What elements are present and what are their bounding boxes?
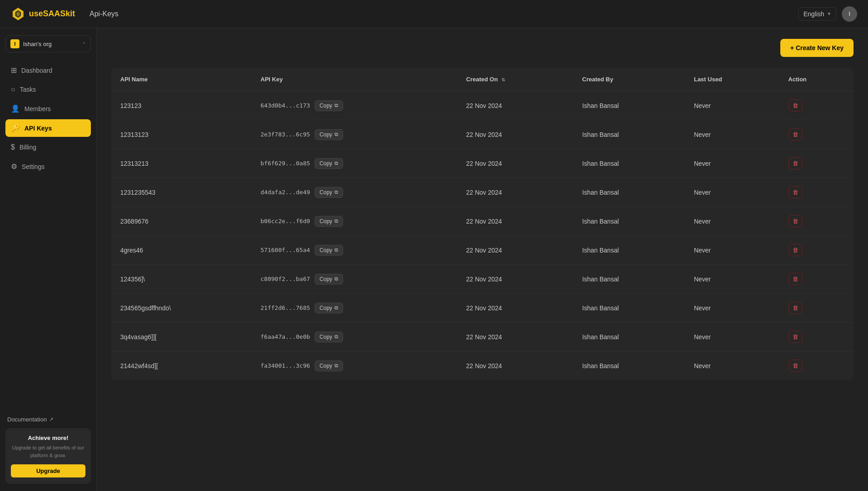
- col-last-used: Last Used: [685, 68, 779, 91]
- cell-api-key: 21ff2d6...7685 Copy ⧉: [251, 294, 457, 323]
- delete-button[interactable]: 🗑: [788, 157, 802, 169]
- copy-label: Copy: [320, 247, 332, 253]
- copy-icon: ⧉: [335, 334, 338, 340]
- org-selector[interactable]: I Ishan's org ⌃: [5, 35, 91, 52]
- topbar-left: useSAASkit Api-Keys: [11, 7, 118, 21]
- copy-label: Copy: [320, 189, 332, 196]
- cell-last-used: Never: [685, 236, 779, 265]
- col-created-by: Created By: [573, 68, 685, 91]
- copy-label: Copy: [320, 160, 332, 167]
- cell-api-name: 12313123: [111, 120, 251, 149]
- cell-created-by: Ishan Bansal: [573, 351, 685, 380]
- cell-action: 🗑: [779, 351, 854, 380]
- docs-label: Documentation: [7, 416, 47, 423]
- cell-created-on: 22 Nov 2024: [457, 91, 573, 120]
- cell-created-by: Ishan Bansal: [573, 207, 685, 236]
- sidebar-item-dashboard[interactable]: ⊞ Dashboard: [5, 61, 91, 79]
- upgrade-button[interactable]: Upgrade: [11, 464, 85, 477]
- delete-button[interactable]: 🗑: [788, 302, 802, 314]
- cell-last-used: Never: [685, 120, 779, 149]
- copy-button[interactable]: Copy ⧉: [315, 360, 343, 371]
- cell-created-on: 22 Nov 2024: [457, 294, 573, 323]
- cell-created-by: Ishan Bansal: [573, 149, 685, 178]
- copy-button[interactable]: Copy ⧉: [315, 274, 343, 285]
- cell-action: 🗑: [779, 207, 854, 236]
- copy-label: Copy: [320, 363, 332, 369]
- trash-icon: 🗑: [793, 160, 798, 167]
- upgrade-card: Achieve more! Upgrade to get all benefit…: [5, 428, 91, 484]
- delete-button[interactable]: 🗑: [788, 99, 802, 112]
- delete-button[interactable]: 🗑: [788, 215, 802, 227]
- cell-last-used: Never: [685, 178, 779, 207]
- cell-created-by: Ishan Bansal: [573, 323, 685, 351]
- delete-button[interactable]: 🗑: [788, 244, 802, 256]
- key-text: f6aa47a...0e0b: [260, 333, 310, 340]
- copy-button[interactable]: Copy ⧉: [315, 129, 343, 140]
- cell-created-by: Ishan Bansal: [573, 178, 685, 207]
- key-text: fa34001...3c96: [260, 362, 310, 369]
- delete-button[interactable]: 🗑: [788, 128, 802, 140]
- table-row: 23689676 b06cc2e...f6d0 Copy ⧉ 22 Nov 20…: [111, 207, 854, 236]
- copy-button[interactable]: Copy ⧉: [315, 100, 343, 111]
- sidebar-item-tasks[interactable]: ○ Tasks: [5, 81, 91, 98]
- language-selector[interactable]: English ▼: [798, 7, 836, 21]
- cell-api-key: bf6f629...0a85 Copy ⧉: [251, 149, 457, 178]
- copy-icon: ⧉: [335, 305, 338, 311]
- copy-button[interactable]: Copy ⧉: [315, 245, 343, 256]
- create-new-key-button[interactable]: + Create New Key: [780, 39, 854, 57]
- cell-api-key: b06cc2e...f6d0 Copy ⧉: [251, 207, 457, 236]
- sidebar-item-billing[interactable]: $ Billing: [5, 139, 91, 156]
- trash-icon: 🗑: [793, 276, 798, 282]
- delete-button[interactable]: 🗑: [788, 331, 802, 343]
- col-created-on[interactable]: Created On ⇅: [457, 68, 573, 91]
- table-row: 4gres46 571600f...65a4 Copy ⧉ 22 Nov 202…: [111, 236, 854, 265]
- cell-created-by: Ishan Bansal: [573, 236, 685, 265]
- org-name: Ishan's org: [23, 41, 79, 47]
- cell-created-by: Ishan Bansal: [573, 265, 685, 294]
- sort-icon: ⇅: [501, 77, 505, 82]
- delete-button[interactable]: 🗑: [788, 360, 802, 372]
- sidebar-item-settings[interactable]: ⚙ Settings: [5, 158, 91, 175]
- user-avatar[interactable]: I: [842, 6, 857, 22]
- copy-button[interactable]: Copy ⧉: [315, 158, 343, 169]
- members-icon: 👤: [11, 104, 20, 113]
- documentation-link[interactable]: Documentation ↗: [5, 416, 91, 423]
- trash-icon: 🗑: [793, 333, 798, 340]
- delete-button[interactable]: 🗑: [788, 273, 802, 285]
- table-row: 1231235543 d4dafa2...de49 Copy ⧉ 22 Nov …: [111, 178, 854, 207]
- cell-created-by: Ishan Bansal: [573, 294, 685, 323]
- delete-button[interactable]: 🗑: [788, 186, 802, 198]
- cell-api-key: f6aa47a...0e0b Copy ⧉: [251, 323, 457, 351]
- sidebar-bottom: Documentation ↗ Achieve more! Upgrade to…: [5, 409, 91, 484]
- logo-text: useSAASkit: [29, 9, 75, 19]
- cell-api-name: 23689676: [111, 207, 251, 236]
- copy-icon: ⧉: [335, 189, 338, 195]
- trash-icon: 🗑: [793, 247, 798, 253]
- cell-api-name: 12313213: [111, 149, 251, 178]
- cell-created-on: 22 Nov 2024: [457, 149, 573, 178]
- language-label: English: [803, 10, 824, 18]
- copy-button[interactable]: Copy ⧉: [315, 303, 343, 313]
- table-row: 21442wf4sd][ fa34001...3c96 Copy ⧉ 22 No…: [111, 351, 854, 380]
- cell-api-name: 124356]\: [111, 265, 251, 294]
- cell-created-on: 22 Nov 2024: [457, 207, 573, 236]
- cell-action: 🗑: [779, 323, 854, 351]
- copy-icon: ⧉: [335, 160, 338, 166]
- table-row: 234565gsdffhndo\ 21ff2d6...7685 Copy ⧉ 2…: [111, 294, 854, 323]
- copy-button[interactable]: Copy ⧉: [315, 187, 343, 198]
- api-keys-table: API Name API Key Created On ⇅ Created By…: [111, 68, 854, 380]
- cell-api-name: 1231235543: [111, 178, 251, 207]
- cell-api-key: 643d0b4...c173 Copy ⧉: [251, 91, 457, 120]
- sidebar-item-members[interactable]: 👤 Members: [5, 100, 91, 117]
- sidebar-item-api-keys[interactable]: 🔑 API Keys: [5, 119, 91, 137]
- copy-button[interactable]: Copy ⧉: [315, 216, 343, 227]
- org-icon: I: [10, 39, 19, 48]
- chevron-down-icon: ▼: [827, 11, 831, 16]
- trash-icon: 🗑: [793, 304, 798, 311]
- sidebar-item-label-dashboard: Dashboard: [21, 67, 52, 74]
- copy-icon: ⧉: [335, 131, 338, 137]
- cell-action: 🗑: [779, 294, 854, 323]
- copy-button[interactable]: Copy ⧉: [315, 332, 343, 342]
- key-text: 571600f...65a4: [260, 247, 310, 253]
- col-api-name: API Name: [111, 68, 251, 91]
